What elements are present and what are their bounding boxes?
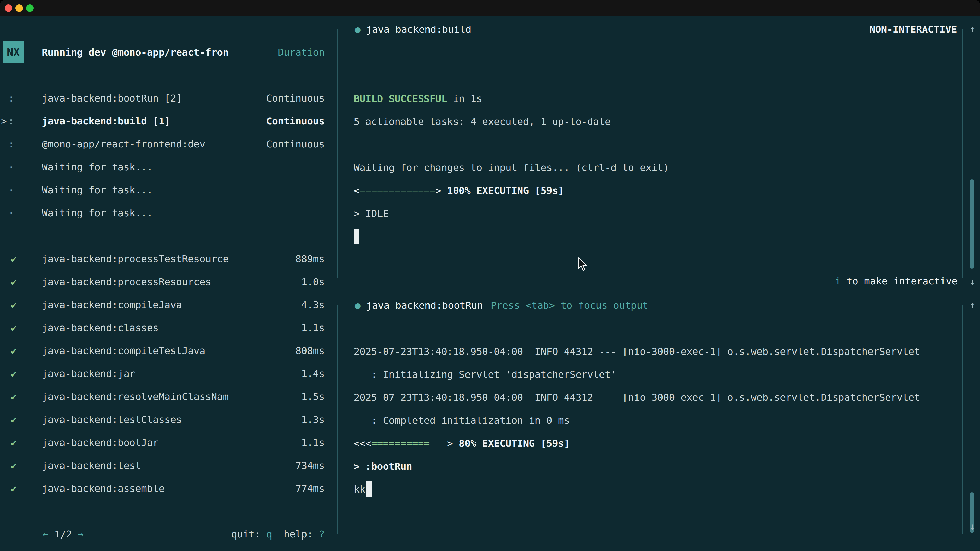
completed-task-row[interactable]: ✔ java-backend:classes 1.1s [0, 316, 332, 339]
completed-task-row[interactable]: ✔ java-backend:test 734ms [0, 454, 332, 477]
task-label: java-backend:jar [42, 368, 301, 380]
quit-hint-label: quit: [231, 529, 266, 540]
completed-task-row[interactable]: ✔ java-backend:testClasses 1.3s [0, 408, 332, 431]
task-duration: 734ms [296, 460, 325, 471]
prev-page-arrow[interactable]: ← [43, 529, 48, 540]
build-idle-line: > IDLE [354, 202, 957, 225]
log-line: : Completed initialization in 0 ms [354, 409, 957, 432]
running-task-list: : java-backend:bootRun [2] Continuous > … [0, 87, 332, 224]
task-row-bootrun[interactable]: : java-backend:bootRun [2] Continuous [0, 87, 332, 110]
task-duration: 1.4s [301, 368, 325, 380]
terminal-cursor [354, 229, 359, 245]
interactive-key: i [835, 275, 841, 287]
check-icon: ✔ [10, 483, 18, 494]
make-interactive-hint: i to make interactive [831, 270, 962, 292]
task-duration: 1.1s [301, 322, 325, 333]
build-cursor-line [354, 225, 957, 248]
keyboard-hints: quit: q help: ? [196, 517, 325, 551]
check-icon: ✔ [10, 368, 18, 380]
task-duration: 1.0s [301, 276, 325, 287]
help-hint-label: help: [272, 529, 319, 540]
task-duration: 1.3s [301, 414, 325, 425]
task-status: Continuous [266, 93, 325, 104]
quit-key: q [266, 529, 272, 540]
task-duration: 1.5s [301, 391, 325, 402]
terminal-cursor [366, 481, 372, 497]
completed-task-row[interactable]: ✔ java-backend:bootJar 1.1s [0, 431, 332, 454]
build-output-pane[interactable]: ●java-backend:build NON-INTERACTIVE BUIL… [337, 29, 963, 278]
task-label: @mono-app/react-frontend:dev [42, 138, 266, 150]
check-icon: ✔ [10, 437, 18, 448]
next-page-arrow[interactable]: → [78, 529, 84, 540]
check-icon: ✔ [10, 299, 18, 310]
blank-line [354, 133, 957, 156]
task-label: Waiting for task... [42, 162, 325, 173]
completed-task-row[interactable]: ✔ java-backend:processResources 1.0s [0, 270, 332, 293]
task-label: java-backend:test [42, 460, 296, 471]
sidebar-footer: ← 1/2 → quit: q help: ? [0, 523, 332, 546]
task-spinner-icon: : [8, 93, 15, 104]
task-row-frontend-dev[interactable]: : @mono-app/react-frontend:dev Continuou… [0, 133, 332, 156]
task-spinner-icon: : [8, 116, 15, 127]
build-scroll-up-arrow[interactable]: ↑ [965, 17, 980, 40]
build-progress-line: <=============> 100% EXECUTING [59s] [354, 179, 957, 202]
build-terminal-output: BUILD SUCCESSFUL in 1s 5 actionable task… [354, 29, 957, 248]
task-label: java-backend:processResources [42, 276, 301, 287]
build-tasks-line: 5 actionable tasks: 4 executed, 1 up-to-… [354, 110, 957, 133]
log-line: : Initializing Servlet 'dispatcherServle… [354, 363, 957, 386]
terminal-window: NX Running dev @mono-app/react-fron Dura… [0, 0, 980, 551]
bootrun-terminal-output: 2025-07-23T13:40:18.950-04:00 INFO 44312… [354, 305, 957, 501]
task-label: java-backend:bootJar [42, 437, 301, 448]
zoom-button[interactable] [26, 4, 34, 12]
bootrun-progress-line: <<<==========---> 80% EXECUTING [59s] [354, 432, 957, 455]
nx-logo: NX [3, 41, 24, 63]
completed-task-row[interactable]: ✔ java-backend:assemble 774ms [0, 477, 332, 500]
minimize-button[interactable] [15, 4, 23, 12]
waiting-dot-icon: · [8, 207, 15, 219]
sidebar-header: Running dev @mono-app/react-fron Duratio… [42, 41, 325, 64]
task-row-waiting: · Waiting for task... [0, 156, 332, 179]
log-line: 2025-07-23T13:40:18.950-04:00 INFO 44312… [354, 386, 957, 409]
task-label: java-backend:assemble [42, 483, 296, 494]
task-label: java-backend:classes [42, 322, 301, 333]
mouse-cursor [577, 257, 589, 274]
task-label: java-backend:processTestResource [42, 253, 296, 265]
task-duration: 808ms [296, 345, 325, 356]
completed-task-row[interactable]: ✔ java-backend:resolveMainClassNam 1.5s [0, 385, 332, 408]
task-label: java-backend:compileJava [42, 299, 301, 310]
build-status-line: BUILD SUCCESSFUL in 1s [354, 87, 957, 110]
task-row-waiting: · Waiting for task... [0, 202, 332, 224]
task-row-waiting: · Waiting for task... [0, 179, 332, 202]
task-label: java-backend:testClasses [42, 414, 301, 425]
task-label: java-backend:bootRun [2] [42, 93, 266, 104]
build-scroll-down-arrow[interactable]: ↓ [965, 270, 980, 293]
bootrun-task-line: > :bootRun [354, 455, 957, 478]
task-label: java-backend:compileTestJava [42, 345, 296, 356]
check-icon: ✔ [10, 253, 18, 265]
task-label: Waiting for task... [42, 184, 325, 196]
bootrun-input-line: kk [354, 478, 957, 501]
check-icon: ✔ [10, 345, 18, 356]
completed-task-row[interactable]: ✔ java-backend:compileJava 4.3s [0, 293, 332, 316]
check-icon: ✔ [10, 460, 18, 471]
bootrun-output-pane[interactable]: ●java-backend:bootRunPress <tab> to focu… [337, 305, 963, 534]
bootrun-scroll-up-arrow[interactable]: ↑ [965, 293, 980, 316]
close-button[interactable] [5, 4, 12, 12]
check-icon: ✔ [10, 414, 18, 425]
check-icon: ✔ [10, 391, 18, 402]
duration-column-header: Duration [278, 47, 325, 58]
page-indicator: 1/2 [48, 529, 78, 540]
completed-task-row[interactable]: ✔ java-backend:jar 1.4s [0, 362, 332, 385]
help-key: ? [319, 529, 325, 540]
build-waiting-line: Waiting for changes to input files... (c… [354, 156, 957, 179]
task-status: Continuous [266, 116, 325, 127]
task-row-build-selected[interactable]: > : java-backend:build [1] Continuous [0, 110, 332, 133]
task-status: Continuous [266, 138, 325, 150]
task-label: java-backend:build [1] [42, 116, 266, 127]
log-line: 2025-07-23T13:40:18.950-04:00 INFO 44312… [354, 340, 957, 363]
build-scrollbar-thumb[interactable] [970, 179, 974, 268]
task-spinner-icon: : [8, 138, 15, 150]
completed-task-row[interactable]: ✔ java-backend:processTestResource 889ms [0, 248, 332, 270]
bootrun-scroll-down-arrow[interactable]: ↓ [965, 515, 980, 538]
completed-task-row[interactable]: ✔ java-backend:compileTestJava 808ms [0, 339, 332, 362]
